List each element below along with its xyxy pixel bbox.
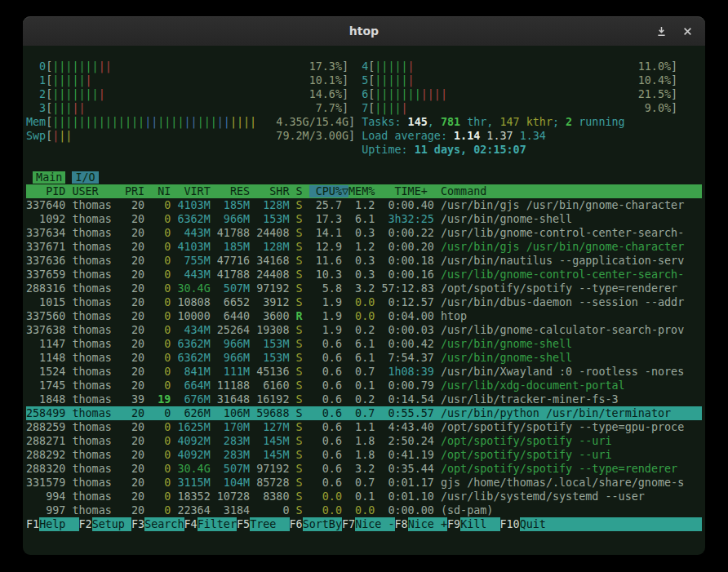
process-table: 337640 thomas 20 0 4103M 185M 128M S 25.… xyxy=(26,198,702,517)
column-sort-arrow[interactable]: ▽ xyxy=(342,185,348,197)
load-average: Load average: 1.14 1.37 1.34 xyxy=(362,130,546,142)
download-button[interactable] xyxy=(656,26,667,37)
cell-user: thomas xyxy=(72,310,125,322)
cell-cpu: 1.9 xyxy=(309,296,342,308)
process-row-1147[interactable]: 1147 thomas 20 0 6362M 966M 153M S 0.6 6… xyxy=(26,337,702,351)
cell-virt: 4103M xyxy=(177,241,210,253)
process-row-337634[interactable]: 337634 thomas 20 0 443M 41788 24408 S 14… xyxy=(26,226,702,240)
cell-ni: 0 xyxy=(151,282,171,295)
fn-key-label: F5 xyxy=(237,517,250,531)
cell-mem: 0.0 xyxy=(348,296,375,308)
cell-ni: 0 xyxy=(151,338,171,350)
process-row-288259[interactable]: 288259 thomas 20 0 1625M 170M 127M S 0.6… xyxy=(26,420,702,434)
cell-shr: 19308 xyxy=(256,324,289,336)
terminal: 0[|||||||||17.3%] 4[||||||11.0%] 1[|||||… xyxy=(23,46,705,531)
tab-io[interactable]: I/O xyxy=(72,171,98,184)
column-mem[interactable]: MEM% xyxy=(348,185,375,197)
cell-shr: 97192 xyxy=(256,463,289,475)
process-row-1092[interactable]: 1092 thomas 20 0 6362M 966M 153M S 17.3 … xyxy=(26,212,702,226)
process-row-288292[interactable]: 288292 thomas 20 0 4092M 283M 145M S 0.6… xyxy=(26,448,702,462)
cell-shr: 16192 xyxy=(256,393,289,406)
tab-main[interactable]: Main xyxy=(33,171,65,184)
cell-mem: 1.8 xyxy=(348,449,375,461)
process-row-1848[interactable]: 1848 thomas 39 19 676M 31648 16192 S 0.6… xyxy=(26,392,702,406)
titlebar[interactable]: htop xyxy=(23,16,705,46)
process-row-337636[interactable]: 337636 thomas 20 0 755M 47716 34168 S 11… xyxy=(26,254,702,268)
column-cpu[interactable]: CPU% xyxy=(309,185,342,197)
cell-state: S xyxy=(296,296,303,308)
column-res[interactable]: RES xyxy=(217,185,250,197)
cell-cpu: 0.6 xyxy=(309,352,342,364)
swap-meter-bar: |||79.2M/3.00G xyxy=(52,129,348,143)
cell-mem: 0.3 xyxy=(348,268,375,281)
process-row-337638[interactable]: 337638 thomas 20 0 434M 25264 19308 S 1.… xyxy=(26,323,702,337)
process-row-1524[interactable]: 1524 thomas 20 0 841M 111M 45136 S 0.6 0… xyxy=(26,365,702,379)
cell-shr: 127M xyxy=(256,421,289,433)
cell-state: S xyxy=(296,255,303,267)
cell-mem: 6.1 xyxy=(348,213,375,225)
cell-command: /opt/spotify/spotify --type=gpu-proce xyxy=(441,421,684,433)
cell-res: 11188 xyxy=(217,379,250,392)
window-title: htop xyxy=(349,24,379,38)
cell-time: 0:00.00 xyxy=(381,504,434,517)
column-ni[interactable]: NI xyxy=(151,185,171,197)
cpu-meter-5-label: 5 xyxy=(362,74,368,86)
mem-meter-bar: |||||||||||||||||||||||||||||||4.35G/15.… xyxy=(52,115,348,129)
cpu-meter-2-value: 14.6% xyxy=(309,87,342,101)
cell-virt: 6362M xyxy=(177,338,210,350)
mem-row: Mem[|||||||||||||||||||||||||||||||4.35G… xyxy=(26,115,702,129)
cell-cpu: 12.9 xyxy=(309,241,342,253)
column-pid[interactable]: PID xyxy=(26,185,65,197)
process-row-288316[interactable]: 288316 thomas 20 0 30.4G 507M 97192 S 5.… xyxy=(26,282,702,295)
cell-mem: 0.0 xyxy=(348,310,375,322)
cpu-meter-6-bar: |||||||||||21.5% xyxy=(375,87,671,101)
cell-mem: 0.7 xyxy=(348,477,375,489)
process-row-337560[interactable]: 337560 thomas 20 0 10000 6440 3600 R 1.9… xyxy=(26,309,702,323)
column-command[interactable]: Command xyxy=(441,185,486,197)
process-row-1148[interactable]: 1148 thomas 20 0 6362M 966M 153M S 0.6 6… xyxy=(26,351,702,365)
cell-pri: 20 xyxy=(125,199,144,211)
fn-key-label: F4 xyxy=(184,517,198,531)
process-row-337640[interactable]: 337640 thomas 20 0 4103M 185M 128M S 25.… xyxy=(26,198,702,212)
cpu-meter-6-value: 21.5% xyxy=(638,87,671,101)
cell-pri: 20 xyxy=(125,352,144,364)
cpu-meter-6-label: 6 xyxy=(362,88,368,100)
column-pri[interactable]: PRI xyxy=(125,185,144,197)
cell-command: /usr/bin/python /usr/bin/terminator xyxy=(441,407,671,419)
column-virt[interactable]: VIRT xyxy=(177,185,210,197)
cell-pid: 288292 xyxy=(26,449,65,461)
cell-virt: 10808 xyxy=(177,296,210,308)
cell-user: thomas xyxy=(72,504,125,517)
process-row-337659[interactable]: 337659 thomas 20 0 443M 41788 24408 S 10… xyxy=(26,268,702,282)
cell-virt: 755M xyxy=(177,255,210,267)
cell-command: /usr/bin/gnome-shell xyxy=(441,213,572,225)
process-row-994[interactable]: 994 thomas 20 0 18352 10728 8380 S 0.0 0… xyxy=(26,490,702,503)
process-row-337671[interactable]: 337671 thomas 20 0 4103M 185M 128M S 12.… xyxy=(26,240,702,254)
fn-key-label: F8 xyxy=(395,517,408,531)
column-s[interactable]: S xyxy=(296,185,303,197)
process-row-1745[interactable]: 1745 thomas 20 0 664M 11188 6160 S 0.6 0… xyxy=(26,379,702,392)
cell-res: 283M xyxy=(217,449,250,461)
cell-virt: 664M xyxy=(177,379,210,392)
column-time[interactable]: TIME+ xyxy=(381,185,434,197)
cell-shr: 145M xyxy=(256,449,289,461)
cell-ni: 0 xyxy=(151,407,171,419)
cell-res: 170M xyxy=(217,421,250,433)
cell-virt: 4103M xyxy=(177,199,210,211)
cell-res: 507M xyxy=(217,463,250,475)
cell-pri: 20 xyxy=(125,296,144,308)
column-user[interactable]: USER xyxy=(72,185,125,197)
close-button[interactable] xyxy=(683,27,692,36)
process-row-331579[interactable]: 331579 thomas 20 0 3115M 104M 85728 S 0.… xyxy=(26,476,702,490)
cell-command: (sd-pam) xyxy=(441,504,494,517)
process-row-997[interactable]: 997 thomas 20 0 22364 3184 0 S 0.0 0.0 0… xyxy=(26,503,702,517)
process-row-288320[interactable]: 288320 thomas 20 0 30.4G 507M 97192 S 0.… xyxy=(26,462,702,476)
process-row-288271[interactable]: 288271 thomas 20 0 4092M 283M 145M S 0.6… xyxy=(26,434,702,448)
cell-mem: 0.3 xyxy=(348,227,375,239)
cpu-meter-3-bar-fill: ||||| xyxy=(52,102,85,114)
column-shr[interactable]: SHR xyxy=(256,185,289,197)
cell-res: 507M xyxy=(217,282,250,295)
cell-pid: 337560 xyxy=(26,310,65,322)
process-row-1015[interactable]: 1015 thomas 20 0 10808 6652 3912 S 1.9 0… xyxy=(26,295,702,309)
process-row-258499[interactable]: 258499 thomas 20 0 626M 106M 59688 S 0.6… xyxy=(26,406,702,420)
